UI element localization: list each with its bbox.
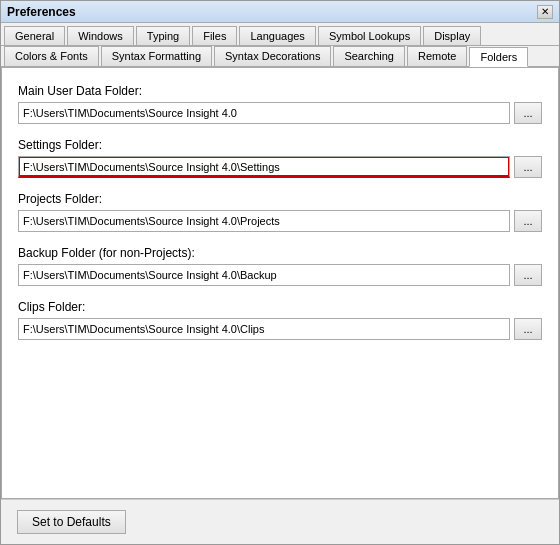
settings-input[interactable] <box>18 156 510 178</box>
main-user-section: Main User Data Folder: ... <box>18 84 542 124</box>
clips-browse-button[interactable]: ... <box>514 318 542 340</box>
backup-input[interactable] <box>18 264 510 286</box>
tab-colors-fonts[interactable]: Colors & Fonts <box>4 46 99 66</box>
tab-symbol-lookups[interactable]: Symbol Lookups <box>318 26 421 45</box>
tabs-row1: General Windows Typing Files Languages S… <box>1 23 559 46</box>
projects-browse-button[interactable]: ... <box>514 210 542 232</box>
tab-syntax-formatting[interactable]: Syntax Formatting <box>101 46 212 66</box>
main-user-input[interactable] <box>18 102 510 124</box>
tab-windows[interactable]: Windows <box>67 26 134 45</box>
clips-input[interactable] <box>18 318 510 340</box>
bottom-bar: Set to Defaults <box>1 499 559 544</box>
window-title: Preferences <box>7 5 76 19</box>
projects-input[interactable] <box>18 210 510 232</box>
projects-row: ... <box>18 210 542 232</box>
clips-label: Clips Folder: <box>18 300 542 314</box>
clips-row: ... <box>18 318 542 340</box>
tab-folders[interactable]: Folders <box>469 47 528 67</box>
set-to-defaults-button[interactable]: Set to Defaults <box>17 510 126 534</box>
tab-typing[interactable]: Typing <box>136 26 190 45</box>
tab-remote[interactable]: Remote <box>407 46 468 66</box>
backup-row: ... <box>18 264 542 286</box>
settings-section: Settings Folder: ... <box>18 138 542 178</box>
clips-section: Clips Folder: ... <box>18 300 542 340</box>
backup-section: Backup Folder (for non-Projects): ... <box>18 246 542 286</box>
tabs-row2: Colors & Fonts Syntax Formatting Syntax … <box>1 46 559 68</box>
tab-general[interactable]: General <box>4 26 65 45</box>
main-user-row: ... <box>18 102 542 124</box>
main-user-label: Main User Data Folder: <box>18 84 542 98</box>
folders-content: Main User Data Folder: ... Settings Fold… <box>1 68 559 499</box>
tab-files[interactable]: Files <box>192 26 237 45</box>
tab-languages[interactable]: Languages <box>239 26 315 45</box>
backup-browse-button[interactable]: ... <box>514 264 542 286</box>
tab-display[interactable]: Display <box>423 26 481 45</box>
projects-section: Projects Folder: ... <box>18 192 542 232</box>
main-user-browse-button[interactable]: ... <box>514 102 542 124</box>
settings-browse-button[interactable]: ... <box>514 156 542 178</box>
tab-syntax-decorations[interactable]: Syntax Decorations <box>214 46 331 66</box>
close-button[interactable]: ✕ <box>537 5 553 19</box>
title-bar: Preferences ✕ <box>1 1 559 23</box>
tab-searching[interactable]: Searching <box>333 46 405 66</box>
backup-label: Backup Folder (for non-Projects): <box>18 246 542 260</box>
preferences-window: Preferences ✕ General Windows Typing Fil… <box>0 0 560 545</box>
settings-row: ... <box>18 156 542 178</box>
settings-label: Settings Folder: <box>18 138 542 152</box>
projects-label: Projects Folder: <box>18 192 542 206</box>
